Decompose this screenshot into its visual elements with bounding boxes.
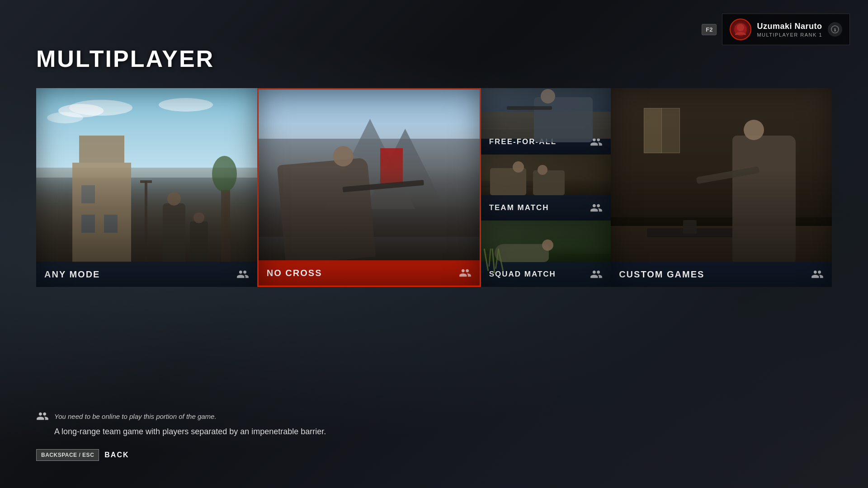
no-cross-label-text: NO CROSS <box>267 268 322 278</box>
any-mode-label-bar: ANY MODE <box>36 262 257 287</box>
no-cross-icon <box>459 267 472 279</box>
any-mode-overlay <box>36 88 257 287</box>
player-info: Uzumaki Naruto MULTIPLAYER RANK 1 <box>757 22 822 38</box>
player-bar: F2 Uzumaki Naruto MULTIPLAYER RANK 1 1 <box>702 14 850 45</box>
custom-games-overlay <box>611 88 832 287</box>
player-rank-label: MULTIPLAYER RANK 1 <box>757 32 822 38</box>
page-title: MULTIPLAYER <box>36 45 214 72</box>
bottom-info: You need to be online to play this porti… <box>36 410 832 461</box>
custom-games-icon <box>811 268 824 281</box>
any-mode-icon <box>236 268 249 281</box>
player-card: Uzumaki Naruto MULTIPLAYER RANK 1 1 <box>722 14 850 45</box>
mode-card-any-mode[interactable]: ANY MODE <box>36 88 257 287</box>
no-cross-overlay <box>259 89 480 286</box>
player-name: Uzumaki Naruto <box>757 22 822 31</box>
any-mode-label-text: ANY MODE <box>44 269 100 280</box>
mode-card-small-group: FREE-FOR-ALL <box>481 88 611 287</box>
svg-point-0 <box>737 24 744 31</box>
back-label[interactable]: BACK <box>104 451 129 459</box>
custom-games-label-text: CUSTOM GAMES <box>619 269 704 280</box>
rank-badge: 1 <box>828 22 842 37</box>
team-match-label-bar: TEAM MATCH <box>481 195 611 221</box>
no-cross-label-bar: NO CROSS <box>259 260 480 286</box>
online-notice: You need to be online to play this porti… <box>36 410 832 422</box>
mode-card-squad-match[interactable]: SQUAD MATCH <box>481 221 611 287</box>
mode-card-no-cross[interactable]: NO CROSS <box>257 88 481 287</box>
team-match-icon <box>590 202 603 214</box>
mode-card-team-match[interactable]: TEAM MATCH <box>481 155 611 221</box>
avatar <box>730 19 751 40</box>
modes-grid: ANY MODE <box>36 88 832 287</box>
online-icon <box>36 410 49 422</box>
team-match-label-text: TEAM MATCH <box>489 203 549 212</box>
back-key-badge[interactable]: BACKSPACE / ESC <box>36 449 99 461</box>
mode-description: A long-range team game with players sepa… <box>54 427 832 436</box>
mode-card-free-for-all[interactable]: FREE-FOR-ALL <box>481 88 611 155</box>
online-notice-text: You need to be online to play this porti… <box>54 413 217 420</box>
custom-games-label-bar: CUSTOM GAMES <box>611 262 832 287</box>
svg-text:1: 1 <box>834 28 836 32</box>
mode-card-custom-games[interactable]: CUSTOM GAMES <box>611 88 832 287</box>
f2-key-badge[interactable]: F2 <box>702 24 717 35</box>
back-navigation: BACKSPACE / ESC BACK <box>36 449 832 461</box>
